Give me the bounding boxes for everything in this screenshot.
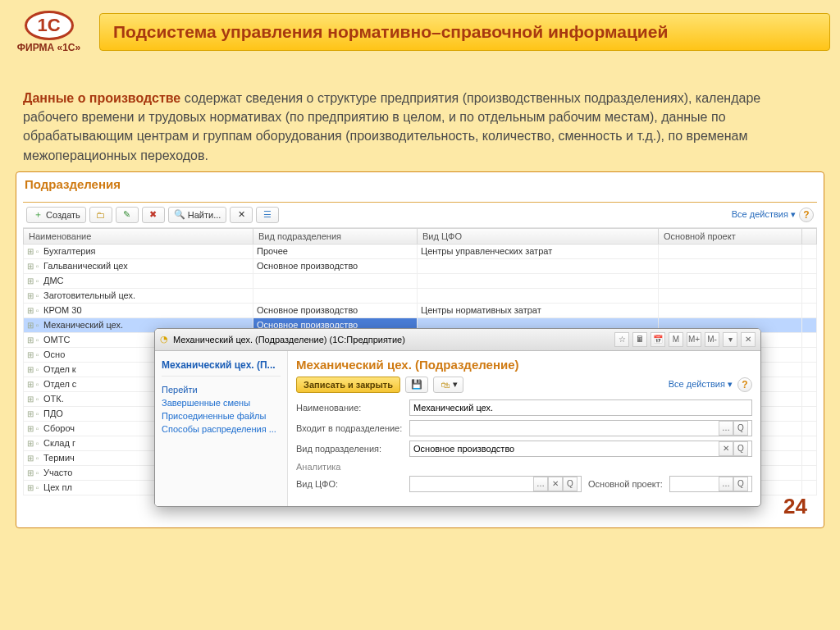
select-icon[interactable]: … [719, 477, 733, 491]
expand-icon[interactable]: ⊞ ▫ [27, 424, 40, 433]
nav-link[interactable]: Присоединенные файлы [162, 409, 281, 422]
proj-label: Основной проект: [588, 479, 663, 489]
expand-icon[interactable]: ⊞ ▫ [27, 395, 40, 404]
open-icon[interactable]: Q [563, 477, 578, 491]
table-row[interactable]: ⊞ ▫Заготовительный цех. [24, 288, 817, 303]
table-row[interactable]: ⊞ ▫БухгалтерияПрочееЦентры управленчески… [24, 244, 817, 258]
nav-link[interactable]: Способы распределения ... [162, 422, 281, 436]
clear-icon[interactable]: ✕ [548, 477, 563, 491]
action-button[interactable]: 🛍▾ [433, 377, 463, 393]
help-button[interactable]: ? [799, 208, 814, 222]
column-header[interactable]: Вид подразделения [253, 228, 418, 244]
cfo-label: Вид ЦФО: [296, 479, 403, 489]
close-icon[interactable]: ✕ [741, 332, 756, 347]
open-icon[interactable]: Q [733, 421, 748, 436]
disk-icon: 💾 [411, 379, 422, 390]
app-icon: ◔ [160, 334, 168, 345]
select-icon[interactable]: … [533, 477, 548, 491]
open-icon[interactable]: Q [733, 441, 748, 456]
calendar-icon[interactable]: 📅 [651, 332, 665, 347]
select-icon[interactable]: … [719, 421, 733, 436]
calc-icon[interactable]: 🖩 [632, 332, 647, 347]
dlg-all-actions-link[interactable]: Все действия ▾ [669, 379, 733, 390]
dialog-title: Механический цех. (Подразделение) (1С:Пр… [173, 335, 405, 345]
type-field[interactable]: Основное производство ✕Q [409, 441, 752, 457]
all-actions-link[interactable]: Все действия ▾ [732, 209, 796, 220]
dialog-titlebar[interactable]: ◔ Механический цех. (Подразделение) (1С:… [155, 329, 760, 351]
nav-section: Перейти [162, 380, 281, 396]
expand-icon[interactable]: ⊞ ▫ [27, 306, 40, 315]
table-row[interactable]: ⊞ ▫Гальванический цехОсновное производст… [24, 258, 817, 273]
find-button[interactable]: 🔍 Найти... [168, 207, 227, 223]
dialog-nav: Механический цех. (П... Перейти Завершен… [155, 351, 288, 506]
page-title: Подсистема управления нормативно–справоч… [99, 13, 830, 51]
column-header[interactable]: Вид ЦФО [418, 228, 659, 244]
fav-icon[interactable]: ☆ [614, 332, 629, 347]
window-menu-icon[interactable]: ▾ [723, 332, 737, 347]
pencil-icon: ✎ [121, 209, 133, 221]
tree-mode-button[interactable]: ☰ [256, 207, 279, 223]
folder-plus-icon: 🗀 [95, 209, 107, 221]
column-header[interactable]: Наименование [24, 228, 253, 244]
expand-icon[interactable]: ⊞ ▫ [27, 380, 40, 389]
search-icon: 🔍 [174, 209, 185, 221]
brand-text: ФИРМА «1С» [10, 42, 88, 53]
name-label: Наименование: [296, 403, 403, 413]
parent-field[interactable]: …Q [409, 420, 752, 436]
create-folder-button[interactable]: 🗀 [89, 207, 112, 223]
expand-icon[interactable]: ⊞ ▫ [27, 336, 40, 345]
delete-icon: ✖ [148, 209, 159, 221]
edit-button[interactable]: ✎ [116, 207, 139, 223]
name-field[interactable]: Механический цех. [409, 399, 752, 416]
clear-icon[interactable]: ✕ [719, 441, 733, 456]
expand-icon[interactable]: ⊞ ▫ [27, 483, 40, 492]
save-button[interactable]: 💾 [405, 377, 428, 393]
nav-link[interactable]: Завершенные смены [162, 396, 281, 409]
expand-icon[interactable]: ⊞ ▫ [27, 262, 40, 271]
expand-icon[interactable]: ⊞ ▫ [27, 350, 40, 359]
parent-label: Входит в подразделение: [296, 423, 403, 433]
proj-field[interactable]: …Q [669, 476, 752, 492]
cart-icon: 🛍 [439, 379, 450, 390]
create-button[interactable]: ＋ Создать [26, 207, 86, 223]
logo-1c-icon: 1C [25, 11, 74, 40]
expand-icon[interactable]: ⊞ ▫ [27, 409, 40, 418]
dialog-heading: Механический цех. (Подразделение) [296, 358, 752, 372]
cfo-field[interactable]: …✕Q [409, 476, 582, 492]
department-dialog: ◔ Механический цех. (Подразделение) (1С:… [154, 328, 761, 507]
clear-search-icon: ✕ [235, 209, 247, 221]
table-row[interactable]: ⊞ ▫ДМС [24, 273, 817, 288]
save-close-button[interactable]: Записать и закрыть [296, 377, 400, 393]
expand-icon[interactable]: ⊞ ▫ [27, 247, 40, 256]
expand-icon[interactable]: ⊞ ▫ [27, 276, 40, 285]
section-label: Аналитика [296, 462, 752, 472]
expand-icon[interactable]: ⊞ ▫ [27, 291, 40, 300]
clear-find-button[interactable]: ✕ [230, 207, 253, 223]
list-toolbar: ＋ Создать 🗀 ✎ ✖ 🔍 Найти... ✕ ☰ Все дейст… [23, 203, 817, 228]
plus-icon: ＋ [32, 209, 43, 221]
column-header[interactable]: Основной проект [658, 228, 801, 244]
slide-number: 24 [783, 494, 807, 519]
expand-icon[interactable]: ⊞ ▫ [27, 321, 40, 330]
expand-icon[interactable]: ⊞ ▫ [27, 468, 40, 477]
type-label: Вид подразделения: [296, 444, 403, 454]
open-icon[interactable]: Q [733, 477, 748, 491]
m-plus-icon[interactable]: M+ [687, 332, 701, 347]
departments-panel: Подразделения ＋ Создать 🗀 ✎ ✖ 🔍 Найти...… [16, 171, 824, 528]
dlg-help-button[interactable]: ? [737, 377, 752, 392]
expand-icon[interactable]: ⊞ ▫ [27, 454, 40, 463]
brand-logo: 1C ФИРМА «1С» [10, 11, 88, 53]
intro-text: Данные о производстве содержат сведения … [23, 89, 817, 165]
delete-button[interactable]: ✖ [142, 207, 165, 223]
m-minus-icon[interactable]: M [669, 332, 683, 347]
table-row[interactable]: ⊞ ▫КРОМ 30Основное производствоЦентры но… [24, 303, 817, 317]
tree-icon: ☰ [262, 209, 273, 221]
expand-icon[interactable]: ⊞ ▫ [27, 439, 40, 448]
nav-current[interactable]: Механический цех. (П... [162, 356, 281, 377]
panel-title: Подразделения [25, 177, 121, 191]
expand-icon[interactable]: ⊞ ▫ [27, 365, 40, 374]
m-clear-icon[interactable]: M- [705, 332, 719, 347]
intro-bold: Данные о производстве [23, 91, 180, 105]
